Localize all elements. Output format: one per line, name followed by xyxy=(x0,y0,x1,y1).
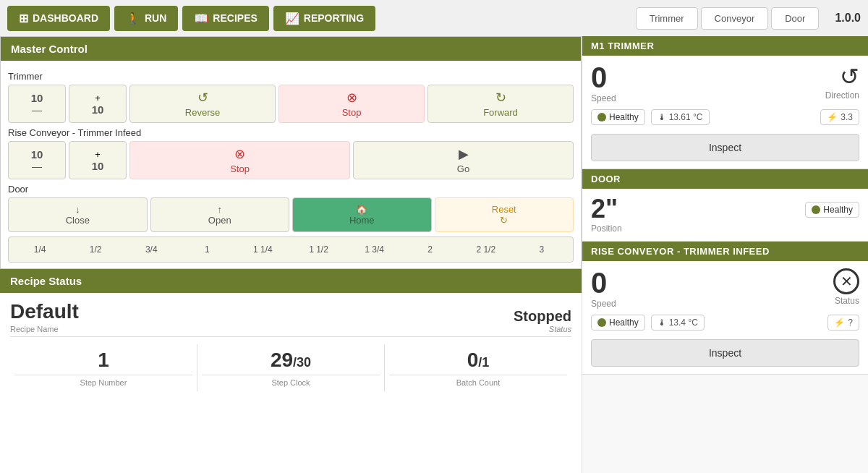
direction-icon: ↺ xyxy=(825,63,859,90)
door-position-val: 2" xyxy=(591,196,622,222)
run-icon: 🚶 xyxy=(126,12,140,25)
recipe-name-row: Default Recipe Name Stopped Status xyxy=(10,300,571,337)
rise-status-circle: ✕ xyxy=(833,268,859,294)
step-clock-val: 29/30 xyxy=(202,349,380,372)
dashboard-btn[interactable]: ⊞ DASHBOARD xyxy=(7,6,110,31)
rise-speed-label: Speed xyxy=(591,299,616,309)
rise-conveyor-body: 0 Speed ✕ Status Healthy 🌡 13. xyxy=(582,261,868,374)
m1-status-row: Healthy 🌡 13.61 °C ⚡ 3.3 xyxy=(591,109,859,125)
right-panel: M1 TRIMMER 0 Speed ↺ Direction xyxy=(582,36,868,473)
rise-controls: 10 — + 10 ⊗ Stop ▶ Go xyxy=(8,141,574,179)
trimmer-controls: 10 — + 10 ↺ Reverse ⊗ Sto xyxy=(8,85,574,123)
rise-inspect-btn[interactable]: Inspect xyxy=(591,339,859,367)
rise-speed-status-row: 0 Speed ✕ Status xyxy=(591,268,859,309)
trimmer-speed1-box: 10 — xyxy=(8,85,66,123)
m1-speed-direction-row: 0 Speed ↺ Direction xyxy=(591,63,859,103)
recipe-name-label: Recipe Name xyxy=(10,325,79,333)
top-nav: ⊞ DASHBOARD 🚶 RUN 📖 RECIPES 📈 REPORTING … xyxy=(0,0,868,36)
recipe-status-header: Recipe Status xyxy=(0,269,582,293)
rise-lightning-icon: ⚡ xyxy=(834,318,845,328)
m1-speed-val: 0 xyxy=(591,63,616,92)
door-close-btn[interactable]: ↓ Close xyxy=(8,197,148,232)
step-number-stat: 1 Step Number xyxy=(10,344,197,391)
m1-trimmer-body: 0 Speed ↺ Direction Healthy 🌡 xyxy=(582,56,868,169)
rise-conveyor-section: RISE CONVEYOR - TRIMMER INFEED 0 Speed ✕… xyxy=(582,242,868,375)
master-control: Master Control Trimmer 10 — + 10 xyxy=(0,36,582,269)
tab-door[interactable]: Door xyxy=(771,7,819,30)
batch-count-stat: 0/1 Batch Count xyxy=(385,344,571,391)
tab-conveyor[interactable]: Conveyor xyxy=(701,7,769,30)
rise-speed-val: 0 xyxy=(591,268,616,297)
pos-btn-3-4[interactable]: 3/4 xyxy=(124,242,178,257)
rise-status-badges: Healthy 🌡 13.4 °C ⚡ ? xyxy=(591,315,859,331)
recipe-status-right: Stopped Status xyxy=(514,308,571,333)
rise-stop-btn[interactable]: ⊗ Stop xyxy=(129,141,350,179)
m1-trimmer-header: M1 TRIMMER xyxy=(582,36,868,56)
recipe-stats: 1 Step Number 29/30 Step Clock 0/1 Batch xyxy=(10,344,571,391)
trimmer-action-btns: ↺ Reverse ⊗ Stop ↻ Forward xyxy=(129,85,574,123)
rise-status-label: Status xyxy=(833,296,859,306)
pos-btn-2[interactable]: 2 xyxy=(404,242,457,257)
trimmer-stop-btn[interactable]: ⊗ Stop xyxy=(278,85,425,123)
position-row: 1/4 1/2 3/4 1 1 1/4 1 1/2 1 3/4 2 2 1/2 … xyxy=(8,236,574,263)
m1-lightning-val: ⚡ 3.3 xyxy=(820,109,859,125)
stop-icon: ⊗ xyxy=(346,90,357,106)
trimmer-label: Trimmer xyxy=(8,71,574,82)
door-info-row: 2" Position Healthy xyxy=(591,196,859,234)
trimmer-reverse-btn[interactable]: ↺ Reverse xyxy=(129,85,276,123)
pos-btn-1-1-2[interactable]: 1 1/2 xyxy=(292,242,345,257)
rise-conveyor-label: Rise Conveyor - Trimmer Infeed xyxy=(8,127,574,138)
pos-btn-2-1-2[interactable]: 2 1/2 xyxy=(459,242,513,257)
go-icon: ▶ xyxy=(459,146,469,162)
pos-btn-1-3-4[interactable]: 1 3/4 xyxy=(348,242,401,257)
door-open-btn[interactable]: ↑ Open xyxy=(150,197,290,232)
pos-btn-1-4[interactable]: 1/4 xyxy=(13,242,67,257)
trimmer-speed2-box: + 10 xyxy=(69,85,127,123)
step-number-label: Step Number xyxy=(14,375,192,387)
rise-speed1-box: 10 — xyxy=(8,141,66,179)
direction-label: Direction xyxy=(825,90,859,101)
run-btn[interactable]: 🚶 RUN xyxy=(114,6,178,31)
mc-body: Trimmer 10 — + 10 ↺ Reverse xyxy=(1,61,581,268)
main-layout: Master Control Trimmer 10 — + 10 xyxy=(0,36,868,473)
trimmer-forward-btn[interactable]: ↻ Forward xyxy=(427,85,574,123)
pos-btn-3[interactable]: 3 xyxy=(515,242,569,257)
version-label: 1.0.0 xyxy=(835,12,861,25)
recipes-btn[interactable]: 📖 RECIPES xyxy=(182,6,268,31)
rise-speed2-box: + 10 xyxy=(69,141,127,179)
pos-btn-1-1-4[interactable]: 1 1/4 xyxy=(236,242,289,257)
rise-status-area: ✕ Status xyxy=(833,268,859,306)
door-healthy-badge: Healthy xyxy=(805,202,859,218)
left-panel: Master Control Trimmer 10 — + 10 xyxy=(0,36,582,473)
door-healthy-dot xyxy=(812,205,820,214)
pos-btn-1[interactable]: 1 xyxy=(180,242,234,257)
rise-thermometer-icon: 🌡 xyxy=(658,318,666,328)
rise-temp-badge: 🌡 13.4 °C xyxy=(651,315,705,331)
rise-action-btns: ⊗ Stop ▶ Go xyxy=(129,141,574,179)
door-reset-btn[interactable]: Reset ↻ xyxy=(435,197,574,232)
m1-healthy-badge: Healthy xyxy=(591,109,645,125)
m1-trimmer-section: M1 TRIMMER 0 Speed ↺ Direction xyxy=(582,36,868,169)
pos-btn-1-2[interactable]: 1/2 xyxy=(69,242,122,257)
reporting-icon: 📈 xyxy=(285,12,299,25)
tab-trimmer[interactable]: Trimmer xyxy=(636,7,698,30)
door-home-btn[interactable]: 🏠 Home xyxy=(292,197,432,232)
dashboard-icon: ⊞ xyxy=(19,12,28,25)
recipe-status-section: Recipe Status Default Recipe Name Stoppe… xyxy=(0,269,582,399)
rise-go-btn[interactable]: ▶ Go xyxy=(353,141,574,179)
recipe-name-area: Default Recipe Name xyxy=(10,300,79,333)
recipe-body: Default Recipe Name Stopped Status 1 Ste… xyxy=(0,293,582,399)
thermometer-icon: 🌡 xyxy=(658,112,666,122)
step-number-val: 1 xyxy=(14,349,192,372)
forward-icon: ↻ xyxy=(495,90,506,106)
reporting-btn[interactable]: 📈 REPORTING xyxy=(273,6,375,31)
m1-speed-label: Speed xyxy=(591,93,616,103)
door-section-header: DOOR xyxy=(582,169,868,189)
rise-lightning-val: ⚡ ? xyxy=(827,315,859,331)
m1-temp-badge: 🌡 13.61 °C xyxy=(651,109,710,125)
m1-inspect-btn[interactable]: Inspect xyxy=(591,134,859,161)
step-clock-stat: 29/30 Step Clock xyxy=(197,344,385,391)
step-clock-label: Step Clock xyxy=(202,375,380,387)
status-label: Status xyxy=(514,325,571,333)
master-control-header: Master Control xyxy=(1,37,581,61)
